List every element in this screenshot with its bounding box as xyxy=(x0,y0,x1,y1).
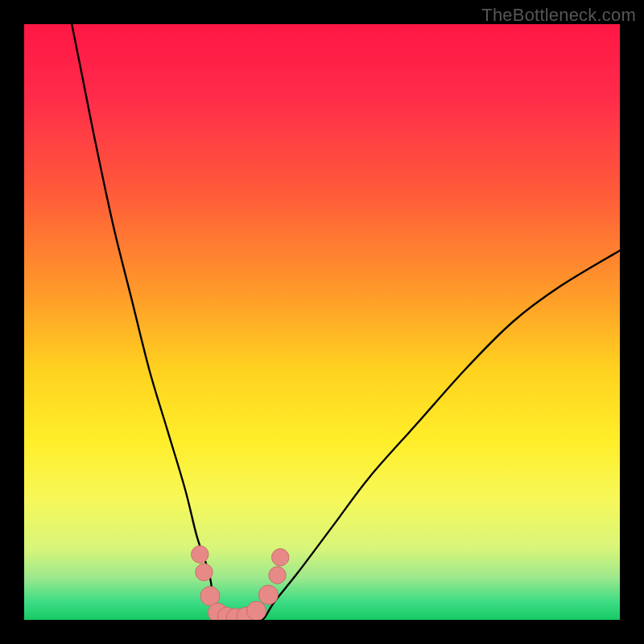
bottleneck-curve xyxy=(24,24,620,620)
chart-frame: TheBottleneck.com xyxy=(0,0,644,644)
plot-area xyxy=(24,24,620,620)
data-point-marker xyxy=(247,601,266,620)
data-point-markers xyxy=(192,546,289,620)
data-point-marker xyxy=(269,567,286,584)
data-point-marker xyxy=(196,564,213,580)
data-point-marker xyxy=(272,549,289,566)
watermark-label: TheBottleneck.com xyxy=(481,5,636,26)
data-point-marker xyxy=(192,546,208,563)
data-point-marker xyxy=(258,585,278,605)
